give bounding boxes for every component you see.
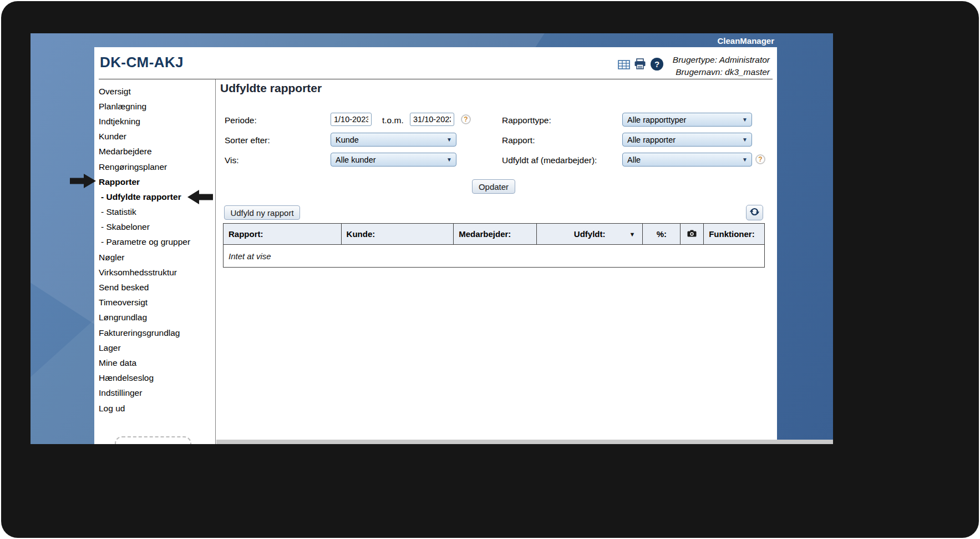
sidebar-item-medarbejdere[interactable]: Medarbejdere	[99, 144, 214, 159]
desktop-background: CleanManager DK-CM-AKJ	[31, 33, 833, 444]
rapport-label: Rapport:	[502, 135, 535, 145]
vis-value: Alle kunder	[336, 155, 376, 164]
refresh-icon	[749, 206, 760, 219]
sidebar-item-lager[interactable]: Lager	[99, 340, 214, 355]
rapporttype-value: Alle rapporttyper	[627, 115, 686, 124]
annotation-arrow-right	[70, 173, 96, 192]
help-icon[interactable]: ?	[651, 58, 663, 70]
chevron-down-icon: ▼	[446, 157, 456, 163]
col-header-photo[interactable]	[681, 224, 704, 244]
sidebar-item-haendelseslog[interactable]: Hændelseslog	[99, 371, 214, 386]
sidebar-item-oversigt[interactable]: Oversigt	[99, 84, 214, 99]
camera-icon	[687, 229, 697, 239]
sidebar-nav: Oversigt Planlægning Indtjekning Kunder …	[99, 84, 214, 416]
col-header-udfyldt[interactable]: Udfyldt: ▼	[537, 224, 643, 244]
sorter-efter-select[interactable]: Kunde ▼	[331, 133, 456, 147]
col-header-udfyldt-label: Udfyldt:	[574, 229, 606, 239]
sidebar-item-skabeloner[interactable]: - Skabeloner	[99, 220, 214, 235]
rapporttype-label: Rapporttype:	[502, 115, 551, 125]
opdater-button[interactable]: Opdater	[472, 179, 515, 194]
sort-desc-icon: ▼	[629, 231, 636, 238]
window-bottom-bar	[216, 440, 833, 444]
periode-from-input[interactable]	[331, 113, 372, 126]
chevron-down-icon: ▼	[742, 137, 751, 143]
periode-to-input[interactable]	[410, 113, 454, 126]
udfyldt-af-label: Udfyldt af (medarbejder):	[502, 155, 597, 165]
print-icon[interactable]	[634, 58, 646, 72]
sorter-efter-value: Kunde	[336, 135, 359, 144]
partial-dashed-element	[115, 436, 191, 444]
user-info: Brugertype: Administrator Brugernavn: dk…	[673, 54, 770, 78]
table-empty-row: Intet at vise	[224, 245, 764, 267]
header-divider	[99, 79, 773, 79]
sidebar-item-faktureringsgrundlag[interactable]: Faktureringsgrundlag	[99, 325, 214, 340]
reports-table: Rapport: Kunde: Medarbejder: Udfyldt: ▼ …	[223, 223, 765, 268]
sidebar-item-parametre-og-grupper[interactable]: - Parametre og grupper	[99, 235, 214, 250]
udfyldt-af-select[interactable]: Alle ▼	[622, 153, 752, 167]
table-view-icon[interactable]	[618, 60, 630, 72]
col-header-pct[interactable]: %:	[643, 224, 681, 244]
chevron-down-icon: ▼	[446, 137, 456, 143]
sidebar-item-send-besked[interactable]: Send besked	[99, 280, 214, 295]
page-title: Udfyldte rapporter	[220, 82, 322, 95]
periode-help-icon[interactable]: ?	[461, 114, 471, 124]
udfyld-ny-rapport-button[interactable]: Udfyld ny rapport	[224, 205, 300, 220]
sidebar-item-rapporter[interactable]: Rapporter	[99, 174, 214, 189]
user-type-label: Brugertype: Administrator	[673, 54, 770, 66]
rapport-select[interactable]: Alle rapporter ▼	[622, 133, 752, 147]
user-name-label: Brugernavn: dk3_master	[673, 66, 770, 78]
sidebar-item-rengoeringsplaner[interactable]: Rengøringsplaner	[99, 159, 214, 174]
rapporttype-select[interactable]: Alle rapporttyper ▼	[622, 113, 752, 127]
vis-label: Vis:	[225, 155, 239, 165]
tom-label: t.o.m.	[382, 115, 404, 125]
col-header-kunde[interactable]: Kunde:	[342, 224, 454, 244]
sidebar-item-loengrundlag[interactable]: Løngrundlag	[99, 310, 214, 325]
chevron-down-icon: ▼	[742, 157, 751, 163]
sidebar-item-timeoversigt[interactable]: Timeoversigt	[99, 295, 214, 310]
chevron-down-icon: ▼	[742, 117, 751, 123]
refresh-button[interactable]	[746, 205, 763, 220]
app-title: DK-CM-AKJ	[100, 54, 184, 71]
sidebar-item-noegler[interactable]: Nøgler	[99, 250, 214, 265]
sidebar-item-indstillinger[interactable]: Indstillinger	[99, 386, 214, 401]
udfyldt-af-value: Alle	[627, 155, 641, 164]
col-header-funktioner[interactable]: Funktioner:	[704, 224, 764, 244]
annotation-arrow-left	[187, 189, 213, 208]
col-header-rapport[interactable]: Rapport:	[224, 224, 342, 244]
screenshot-canvas: CleanManager DK-CM-AKJ	[0, 0, 980, 539]
udfyldt-af-help-icon[interactable]: ?	[755, 154, 765, 164]
periode-label: Periode:	[225, 115, 257, 125]
sidebar-divider	[215, 79, 216, 444]
sidebar-item-log-ud[interactable]: Log ud	[99, 401, 214, 416]
col-header-medarbejder[interactable]: Medarbejder:	[454, 224, 537, 244]
sidebar-item-kunder[interactable]: Kunder	[99, 129, 214, 144]
app-window: DK-CM-AKJ ?	[94, 47, 777, 444]
vis-select[interactable]: Alle kunder ▼	[331, 153, 456, 167]
table-header-row: Rapport: Kunde: Medarbejder: Udfyldt: ▼ …	[224, 224, 764, 245]
sidebar-item-mine-data[interactable]: Mine data	[99, 355, 214, 370]
sidebar-item-planlaegning[interactable]: Planlægning	[99, 99, 214, 114]
sidebar-item-virksomhedsstruktur[interactable]: Virksomhedsstruktur	[99, 265, 214, 280]
sorter-efter-label: Sorter efter:	[225, 135, 270, 145]
rapport-value: Alle rapporter	[627, 135, 676, 144]
brand-watermark: CleanManager	[717, 36, 774, 46]
sidebar-item-indtjekning[interactable]: Indtjekning	[99, 114, 214, 129]
